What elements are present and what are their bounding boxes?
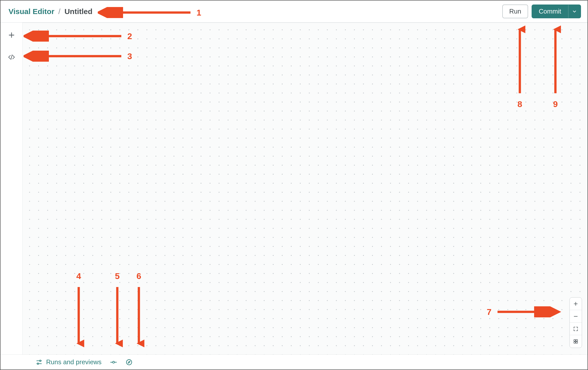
plus-icon [8,32,15,39]
explore-button[interactable] [126,359,133,366]
svg-point-7 [127,359,132,365]
runs-and-previews-label: Runs and previews [46,358,102,366]
main-area [1,23,587,354]
breadcrumb-separator: / [58,7,60,16]
runs-and-previews-button[interactable]: Runs and previews [36,358,102,366]
zoom-in-button[interactable] [570,298,582,310]
sliders-icon [36,359,43,366]
zoom-out-button[interactable] [570,310,582,323]
header-actions: Run Commit [502,5,581,18]
chevron-down-icon [572,9,577,14]
breadcrumb: Visual Editor / Untitled [9,7,92,16]
plus-icon [573,301,578,307]
minus-icon [573,314,578,319]
add-node-button[interactable] [6,30,17,41]
svg-point-6 [113,361,114,363]
git-commit-icon [110,359,117,366]
canvas[interactable] [23,23,587,354]
compass-icon [126,359,133,366]
fullscreen-icon [573,326,578,332]
svg-point-5 [37,363,39,364]
code-view-button[interactable] [6,52,17,63]
fit-screen-button[interactable] [570,323,582,335]
svg-rect-3 [576,342,577,343]
run-button[interactable]: Run [502,5,528,18]
svg-point-4 [40,360,41,361]
breadcrumb-root[interactable]: Visual Editor [9,7,54,16]
commit-button[interactable]: Commit [532,5,568,18]
grid-view-button[interactable] [570,335,582,348]
svg-rect-1 [576,340,577,341]
commit-button-group: Commit [532,5,581,18]
grid-icon [573,339,578,344]
svg-rect-2 [574,342,575,343]
zoom-controls [569,297,582,348]
left-rail [1,23,23,354]
code-icon [8,54,15,61]
footer-bar: Runs and previews [1,354,587,369]
header-bar: Visual Editor / Untitled Run Commit [1,1,587,23]
commit-history-button[interactable] [110,359,117,366]
breadcrumb-title[interactable]: Untitled [64,7,92,16]
commit-dropdown-button[interactable] [568,5,581,18]
svg-rect-0 [574,340,575,341]
